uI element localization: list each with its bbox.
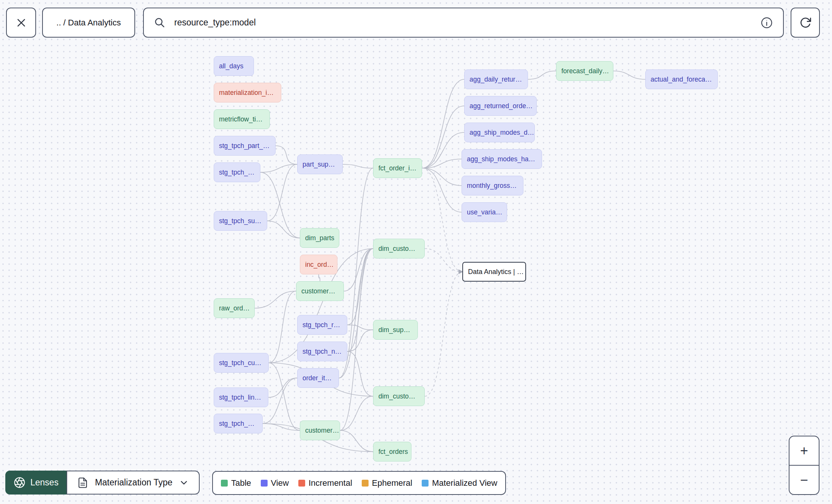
search-input[interactable] xyxy=(173,17,753,28)
lineage-edge xyxy=(528,71,556,79)
lineage-edge xyxy=(422,106,464,168)
lineage-edge xyxy=(319,274,320,281)
lens-selector[interactable]: Materialization Type xyxy=(66,471,200,495)
graph-node-fct_orders[interactable]: fct_orders xyxy=(373,442,411,461)
lenses-bar: Lenses Materialization Type xyxy=(5,471,200,495)
info-icon[interactable] xyxy=(760,16,773,29)
legend-swatch xyxy=(261,480,268,487)
graph-node-stg_tpch_n[interactable]: stg_tpch_n… xyxy=(297,342,347,361)
graph-node-raw_ord[interactable]: raw_ord… xyxy=(214,298,255,318)
legend-swatch xyxy=(221,480,228,487)
legend-label: Incremental xyxy=(309,478,352,488)
legend-item-ephemeral: Ephemeral xyxy=(362,478,412,488)
graph-node-order_it[interactable]: order_it… xyxy=(297,368,339,388)
graph-node-actual_and_foreca[interactable]: actual_and_foreca… xyxy=(645,69,718,89)
legend-item-table: Table xyxy=(221,478,251,488)
lineage-edge xyxy=(613,71,645,79)
lineage-edge xyxy=(267,221,300,238)
graph-node-customer_a[interactable]: customer… xyxy=(296,281,344,301)
lineage-edge xyxy=(425,272,462,396)
graph-node-stg_tpch_r[interactable]: stg_tpch_r… xyxy=(297,315,347,335)
chevron-down-icon xyxy=(179,477,189,488)
legend-label: Table xyxy=(231,478,251,488)
zoom-out-button[interactable]: − xyxy=(789,466,819,494)
lineage-edge xyxy=(260,164,297,172)
graph-node-stg_tpch_cu[interactable]: stg_tpch_cu… xyxy=(214,353,269,373)
lineage-edge xyxy=(347,249,373,325)
graph-node-stg_tpch_a[interactable]: stg_tpch_… xyxy=(214,162,260,182)
refresh-icon xyxy=(799,16,812,29)
legend-item-materialized-view: Materialized View xyxy=(422,478,497,488)
graph-node-agg_returned_orde[interactable]: agg_returned_orde… xyxy=(464,96,537,116)
lineage-edge xyxy=(340,430,373,452)
close-icon xyxy=(15,17,27,29)
document-icon xyxy=(77,477,88,488)
refresh-button[interactable] xyxy=(791,8,820,38)
graph-node-agg_ship_modes_d[interactable]: agg_ship_modes_d… xyxy=(464,123,535,142)
legend-label: Materialized View xyxy=(432,478,497,488)
legend-label: View xyxy=(271,478,289,488)
breadcrumb-label: .. / Data Analytics xyxy=(57,18,121,28)
graph-node-data_analytics[interactable]: Data Analytics | … xyxy=(462,262,526,282)
lineage-edge xyxy=(268,378,297,397)
graph-node-part_sup[interactable]: part_sup… xyxy=(297,154,343,174)
graph-node-inc_ord[interactable]: inc_ord… xyxy=(300,255,337,274)
graph-node-monthly_gross[interactable]: monthly_gross… xyxy=(462,176,523,195)
graph-node-dim_custo_a[interactable]: dim_custo… xyxy=(373,239,425,258)
legend-item-view: View xyxy=(261,478,289,488)
lineage-edge xyxy=(255,291,296,308)
lineage-edge xyxy=(422,168,462,272)
search-icon xyxy=(154,17,166,29)
graph-node-metricflow_ti[interactable]: metricflow_ti… xyxy=(214,109,270,129)
lineage-edge xyxy=(343,164,373,168)
lineage-edge xyxy=(422,79,464,168)
lineage-edge xyxy=(347,351,373,396)
graph-node-stg_tpch_lin[interactable]: stg_tpch_lin… xyxy=(214,387,268,407)
legend-swatch xyxy=(362,480,369,487)
search-bar[interactable] xyxy=(143,8,784,38)
graph-node-agg_ship_modes_ha[interactable]: agg_ship_modes_ha… xyxy=(462,149,542,169)
graph-node-stg_tpch_part[interactable]: stg_tpch_part_… xyxy=(214,136,276,156)
breadcrumb[interactable]: .. / Data Analytics xyxy=(42,8,135,38)
graph-node-materialization_i[interactable]: materialization_i… xyxy=(214,83,281,102)
zoom-in-button[interactable]: + xyxy=(789,436,819,466)
graph-node-forecast_daily[interactable]: forecast_daily… xyxy=(556,61,613,81)
graph-node-use_varia[interactable]: use_varia… xyxy=(462,202,507,222)
lineage-edge xyxy=(425,249,462,272)
graph-node-fct_order_i[interactable]: fct_order_i… xyxy=(373,158,422,178)
graph-node-agg_daily_retur[interactable]: agg_daily_retur… xyxy=(464,69,528,89)
graph-node-dim_custo_b[interactable]: dim_custo… xyxy=(373,386,425,406)
lineage-graph: all_daysmaterialization_i…metricflow_ti…… xyxy=(0,0,832,504)
graph-node-all_days[interactable]: all_days xyxy=(214,56,254,76)
graph-node-customer_b[interactable]: customer… xyxy=(300,421,340,440)
lens-selector-label: Materialization Type xyxy=(95,477,172,488)
lenses-button-label: Lenses xyxy=(30,477,58,488)
aperture-icon xyxy=(14,477,25,488)
close-button[interactable] xyxy=(6,8,36,38)
lenses-button[interactable]: Lenses xyxy=(5,471,67,495)
legend-label: Ephemeral xyxy=(372,478,412,488)
graph-node-dim_parts[interactable]: dim_parts xyxy=(300,228,339,248)
graph-node-stg_tpch_b[interactable]: stg_tpch_… xyxy=(214,414,263,433)
graph-node-stg_tpch_su[interactable]: stg_tpch_su… xyxy=(214,211,267,231)
graph-node-dim_sup[interactable]: dim_sup… xyxy=(373,320,418,340)
lineage-edge xyxy=(422,168,462,212)
lineage-edge xyxy=(344,249,373,291)
materialization-legend: TableViewIncrementalEphemeralMaterialize… xyxy=(212,471,506,495)
legend-swatch xyxy=(298,480,305,487)
lineage-edge xyxy=(276,146,297,164)
zoom-controls: + − xyxy=(789,436,819,495)
legend-item-incremental: Incremental xyxy=(298,478,352,488)
legend-swatch xyxy=(422,480,429,487)
